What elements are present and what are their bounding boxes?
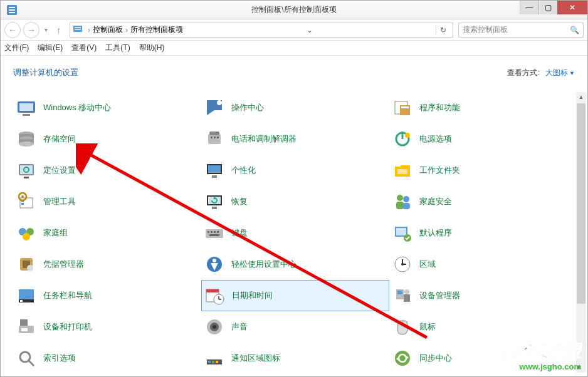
- address-dropdown[interactable]: ⌄: [304, 26, 315, 34]
- item-label: 操作中心: [231, 102, 264, 113]
- menu-file[interactable]: 文件(F): [4, 43, 29, 53]
- column-0: Windows 移动中心存储空间定位设置管理工具家庭组凭据管理器任务栏和导航设备…: [13, 92, 201, 373]
- forward-button[interactable]: →: [23, 22, 39, 38]
- svg-rect-70: [216, 361, 218, 363]
- svg-point-79: [403, 196, 409, 202]
- devices-printers-icon: [16, 316, 37, 338]
- control-panel-item-recovery[interactable]: 恢复: [201, 186, 389, 217]
- control-panel-item-device-manager[interactable]: 设备管理器: [389, 280, 577, 311]
- control-panel-item-homegroup[interactable]: 家庭组: [13, 217, 201, 249]
- svg-rect-46: [212, 175, 217, 178]
- region-icon: [392, 254, 413, 275]
- svg-point-29: [27, 265, 33, 271]
- scroll-down-button[interactable]: ▼: [576, 363, 582, 373]
- vertical-scrollbar[interactable]: ▲ ▼: [576, 92, 586, 373]
- svg-rect-40: [209, 132, 219, 135]
- power-icon: [392, 128, 413, 150]
- svg-point-36: [20, 352, 30, 362]
- maximize-button[interactable]: ▢: [538, 1, 557, 14]
- svg-rect-6: [75, 29, 81, 30]
- menu-view[interactable]: 查看(V): [71, 43, 97, 53]
- svg-point-88: [401, 263, 404, 266]
- control-panel-item-power[interactable]: 电源选项: [389, 123, 577, 155]
- search-input[interactable]: 搜索控制面板 🔍: [458, 23, 584, 38]
- refresh-button[interactable]: ↻: [436, 26, 450, 34]
- control-panel-item-action-center[interactable]: 操作中心: [201, 92, 389, 123]
- item-label: Windows 移动中心: [43, 102, 111, 113]
- history-dropdown[interactable]: ▾: [42, 26, 50, 33]
- recovery-icon: [204, 191, 225, 212]
- item-label: 声音: [231, 321, 248, 333]
- control-panel-item-notification-area[interactable]: 通知区域图标: [201, 343, 389, 373]
- titlebar: 控制面板\所有控制面板项 — ▢ ✕: [1, 1, 587, 19]
- svg-rect-43: [217, 137, 219, 138]
- control-panel-item-ease-of-access[interactable]: 轻松使用设置中心: [201, 249, 389, 280]
- address-bar[interactable]: › 控制面板 › 所有控制面板项 ⌄ ↻: [70, 23, 453, 38]
- svg-rect-69: [212, 361, 214, 363]
- control-panel-item-personalization[interactable]: 个性化: [201, 155, 389, 186]
- svg-rect-1: [9, 7, 15, 8]
- minimize-button[interactable]: —: [520, 1, 538, 14]
- close-button[interactable]: ✕: [557, 1, 587, 14]
- view-mode-dropdown[interactable]: 大图标▼: [545, 68, 575, 77]
- control-panel-item-phone-modem[interactable]: 电话和调制解调器: [201, 123, 389, 155]
- item-label: 家庭组: [43, 227, 68, 239]
- control-panel-item-credentials[interactable]: 凭据管理器: [13, 249, 201, 280]
- item-label: 索引选项: [43, 353, 76, 364]
- svg-rect-73: [401, 106, 409, 108]
- scroll-thumb[interactable]: [577, 103, 585, 304]
- sync-center-icon: [392, 348, 413, 369]
- svg-rect-52: [207, 231, 209, 233]
- breadcrumb-icon: [73, 24, 83, 36]
- item-label: 管理工具: [43, 196, 76, 207]
- control-panel-item-storage[interactable]: 存储空间: [13, 123, 201, 155]
- up-button[interactable]: ↑: [53, 25, 65, 35]
- control-panel-item-programs[interactable]: 程序和功能: [389, 92, 577, 123]
- control-panel-item-family-safety[interactable]: 家庭安全: [389, 186, 577, 217]
- svg-rect-77: [397, 169, 407, 174]
- svg-rect-32: [20, 300, 23, 302]
- menu-help[interactable]: 帮助(H): [139, 43, 165, 53]
- menu-tools[interactable]: 工具(T): [105, 43, 130, 53]
- item-label: 家庭安全: [419, 196, 452, 207]
- control-panel-item-default-programs[interactable]: 默认程序: [389, 217, 577, 249]
- item-label: 设备管理器: [419, 290, 460, 301]
- svg-rect-55: [217, 231, 219, 233]
- svg-point-58: [213, 259, 216, 262]
- control-panel-item-date-time[interactable]: 日期和时间: [201, 280, 389, 311]
- control-panel-item-region[interactable]: 区域: [389, 249, 577, 280]
- scroll-up-button[interactable]: ▲: [576, 92, 586, 102]
- control-panel-item-location[interactable]: 定位设置: [13, 155, 201, 186]
- control-panel-item-mouse[interactable]: 鼠标: [389, 311, 577, 343]
- menu-bar: 文件(F) 编辑(E) 查看(V) 工具(T) 帮助(H): [1, 41, 587, 56]
- control-panel-item-mobility[interactable]: Windows 移动中心: [13, 92, 201, 123]
- control-panel-item-admin-tools[interactable]: 管理工具: [13, 186, 201, 217]
- control-panel-item-devices-printers[interactable]: 设备和打印机: [13, 311, 201, 343]
- indexing-icon: [16, 348, 37, 369]
- item-label: 定位设置: [43, 165, 76, 176]
- back-button[interactable]: ←: [4, 22, 21, 38]
- control-panel-item-sync-center[interactable]: 同步中心: [389, 343, 577, 373]
- homegroup-icon: [16, 222, 37, 244]
- personalization-icon: [204, 160, 225, 181]
- search-icon[interactable]: 🔍: [570, 26, 579, 34]
- control-panel-item-sound[interactable]: 声音: [201, 311, 389, 343]
- control-panel-item-work-folders[interactable]: 工作文件夹: [389, 155, 577, 186]
- breadcrumb-all-items[interactable]: 所有控制面板项: [130, 24, 183, 35]
- breadcrumb-control-panel[interactable]: 控制面板: [93, 24, 123, 35]
- svg-rect-45: [208, 165, 221, 173]
- svg-rect-3: [9, 12, 15, 13]
- svg-rect-51: [206, 229, 223, 238]
- svg-point-66: [213, 325, 216, 329]
- item-label: 设备和打印机: [43, 321, 92, 333]
- content-header: 调整计算机的设置 查看方式: 大图标▼: [13, 67, 575, 78]
- control-panel-item-indexing[interactable]: 索引选项: [13, 343, 201, 373]
- control-panel-item-taskbar[interactable]: 任务栏和导航: [13, 280, 201, 311]
- view-mode-label: 查看方式:: [507, 68, 539, 77]
- mobility-icon: [16, 97, 37, 118]
- svg-point-26: [23, 233, 30, 240]
- svg-rect-9: [23, 114, 30, 116]
- menu-edit[interactable]: 编辑(E): [38, 43, 63, 53]
- control-panel-item-keyboard[interactable]: 键盘: [201, 217, 389, 249]
- item-label: 键盘: [231, 227, 248, 239]
